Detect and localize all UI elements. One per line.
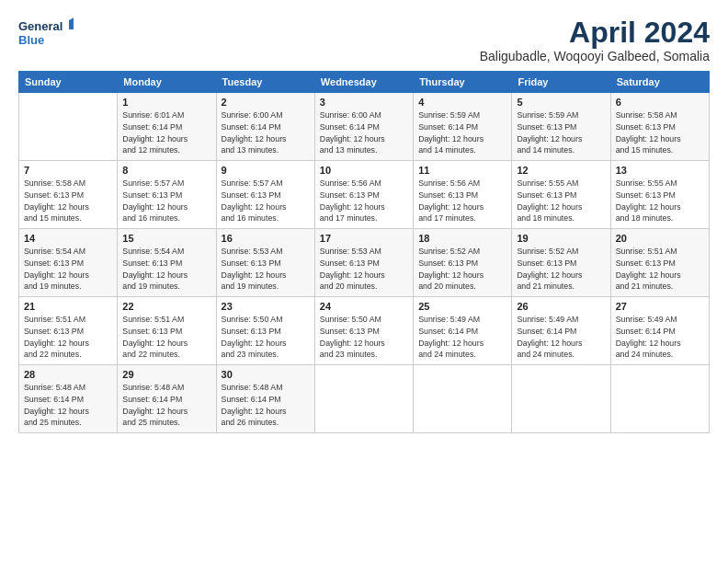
day-info: Sunrise: 5:51 AM Sunset: 6:13 PM Dayligh…: [616, 246, 704, 293]
day-number: 15: [122, 233, 210, 244]
day-number: 12: [517, 165, 605, 176]
table-row: 4Sunrise: 5:59 AM Sunset: 6:14 PM Daylig…: [414, 93, 512, 161]
day-info: Sunrise: 6:00 AM Sunset: 6:14 PM Dayligh…: [320, 109, 408, 156]
table-row: 9Sunrise: 5:57 AM Sunset: 6:13 PM Daylig…: [216, 161, 314, 229]
calendar-table: Sunday Monday Tuesday Wednesday Thursday…: [18, 71, 710, 433]
table-row: 24Sunrise: 5:50 AM Sunset: 6:13 PM Dayli…: [314, 297, 413, 365]
day-info: Sunrise: 5:54 AM Sunset: 6:13 PM Dayligh…: [122, 246, 210, 293]
table-row: 15Sunrise: 5:54 AM Sunset: 6:13 PM Dayli…: [118, 229, 216, 297]
calendar-page: General Blue April 2024 Baligubadle, Woq…: [0, 0, 728, 563]
table-row: [19, 93, 118, 161]
day-number: 11: [418, 165, 506, 176]
table-row: 20Sunrise: 5:51 AM Sunset: 6:13 PM Dayli…: [610, 229, 709, 297]
calendar-week-row: 14Sunrise: 5:54 AM Sunset: 6:13 PM Dayli…: [19, 229, 710, 297]
day-number: 14: [24, 233, 112, 244]
col-thursday: Thursday: [414, 72, 512, 93]
day-info: Sunrise: 5:58 AM Sunset: 6:13 PM Dayligh…: [616, 109, 704, 156]
table-row: 25Sunrise: 5:49 AM Sunset: 6:14 PM Dayli…: [414, 297, 512, 365]
day-number: 4: [418, 97, 506, 108]
table-row: [512, 365, 610, 433]
day-number: 26: [517, 301, 605, 312]
day-info: Sunrise: 5:57 AM Sunset: 6:13 PM Dayligh…: [122, 178, 210, 224]
col-monday: Monday: [118, 72, 216, 93]
day-info: Sunrise: 5:57 AM Sunset: 6:13 PM Dayligh…: [222, 178, 310, 224]
day-number: 1: [122, 97, 210, 108]
table-row: 30Sunrise: 5:48 AM Sunset: 6:14 PM Dayli…: [216, 365, 314, 433]
day-info: Sunrise: 5:59 AM Sunset: 6:14 PM Dayligh…: [418, 109, 506, 156]
title-block: April 2024 Baligubadle, Woqooyi Galbeed,…: [480, 17, 710, 63]
day-info: Sunrise: 5:56 AM Sunset: 6:13 PM Dayligh…: [418, 178, 506, 224]
day-number: 22: [122, 301, 210, 312]
table-row: 8Sunrise: 5:57 AM Sunset: 6:13 PM Daylig…: [118, 161, 216, 229]
day-number: 10: [320, 165, 408, 176]
day-number: 3: [320, 97, 408, 108]
table-row: 21Sunrise: 5:51 AM Sunset: 6:13 PM Dayli…: [19, 297, 118, 365]
calendar-week-row: 7Sunrise: 5:58 AM Sunset: 6:13 PM Daylig…: [19, 161, 710, 229]
calendar-week-row: 21Sunrise: 5:51 AM Sunset: 6:13 PM Dayli…: [19, 297, 710, 365]
day-info: Sunrise: 5:56 AM Sunset: 6:13 PM Dayligh…: [320, 178, 408, 224]
day-number: 17: [320, 233, 408, 244]
table-row: 3Sunrise: 6:00 AM Sunset: 6:14 PM Daylig…: [314, 93, 413, 161]
svg-text:Blue: Blue: [18, 33, 44, 47]
table-row: 12Sunrise: 5:55 AM Sunset: 6:13 PM Dayli…: [512, 161, 610, 229]
col-saturday: Saturday: [610, 72, 709, 93]
day-number: 19: [517, 233, 605, 244]
col-tuesday: Tuesday: [216, 72, 314, 93]
day-number: 27: [616, 301, 704, 312]
table-row: [314, 365, 413, 433]
day-info: Sunrise: 5:49 AM Sunset: 6:14 PM Dayligh…: [616, 314, 704, 361]
day-number: 13: [616, 165, 704, 176]
table-row: 29Sunrise: 5:48 AM Sunset: 6:14 PM Dayli…: [118, 365, 216, 433]
day-number: 6: [616, 97, 704, 108]
table-row: 16Sunrise: 5:53 AM Sunset: 6:13 PM Dayli…: [216, 229, 314, 297]
svg-marker-2: [69, 17, 74, 29]
day-info: Sunrise: 5:59 AM Sunset: 6:13 PM Dayligh…: [517, 109, 605, 156]
table-row: 6Sunrise: 5:58 AM Sunset: 6:13 PM Daylig…: [610, 93, 709, 161]
col-wednesday: Wednesday: [314, 72, 413, 93]
day-number: 8: [122, 165, 210, 176]
table-row: 28Sunrise: 5:48 AM Sunset: 6:14 PM Dayli…: [19, 365, 118, 433]
day-info: Sunrise: 5:48 AM Sunset: 6:14 PM Dayligh…: [122, 382, 210, 429]
col-sunday: Sunday: [19, 72, 118, 93]
table-row: 23Sunrise: 5:50 AM Sunset: 6:13 PM Dayli…: [216, 297, 314, 365]
day-info: Sunrise: 5:48 AM Sunset: 6:14 PM Dayligh…: [24, 382, 112, 429]
table-row: 19Sunrise: 5:52 AM Sunset: 6:13 PM Dayli…: [512, 229, 610, 297]
day-info: Sunrise: 5:54 AM Sunset: 6:13 PM Dayligh…: [24, 246, 112, 293]
day-number: 30: [222, 369, 310, 380]
day-info: Sunrise: 5:49 AM Sunset: 6:14 PM Dayligh…: [418, 314, 506, 361]
day-number: 25: [418, 301, 506, 312]
logo-svg: General Blue: [18, 17, 74, 50]
table-row: 14Sunrise: 5:54 AM Sunset: 6:13 PM Dayli…: [19, 229, 118, 297]
page-header: General Blue April 2024 Baligubadle, Woq…: [18, 17, 710, 63]
table-row: 10Sunrise: 5:56 AM Sunset: 6:13 PM Dayli…: [314, 161, 413, 229]
day-info: Sunrise: 5:55 AM Sunset: 6:13 PM Dayligh…: [616, 178, 704, 224]
day-number: 20: [616, 233, 704, 244]
day-info: Sunrise: 5:53 AM Sunset: 6:13 PM Dayligh…: [320, 246, 408, 293]
day-info: Sunrise: 5:51 AM Sunset: 6:13 PM Dayligh…: [122, 314, 210, 361]
table-row: 2Sunrise: 6:00 AM Sunset: 6:14 PM Daylig…: [216, 93, 314, 161]
day-number: 23: [222, 301, 310, 312]
table-row: 13Sunrise: 5:55 AM Sunset: 6:13 PM Dayli…: [610, 161, 709, 229]
day-info: Sunrise: 5:49 AM Sunset: 6:14 PM Dayligh…: [517, 314, 605, 361]
day-info: Sunrise: 5:53 AM Sunset: 6:13 PM Dayligh…: [222, 246, 310, 293]
day-number: 24: [320, 301, 408, 312]
day-number: 16: [222, 233, 310, 244]
calendar-week-row: 28Sunrise: 5:48 AM Sunset: 6:14 PM Dayli…: [19, 365, 710, 433]
day-info: Sunrise: 5:50 AM Sunset: 6:13 PM Dayligh…: [222, 314, 310, 361]
day-number: 28: [24, 369, 112, 380]
day-number: 5: [517, 97, 605, 108]
table-row: 27Sunrise: 5:49 AM Sunset: 6:14 PM Dayli…: [610, 297, 709, 365]
table-row: 11Sunrise: 5:56 AM Sunset: 6:13 PM Dayli…: [414, 161, 512, 229]
table-row: 7Sunrise: 5:58 AM Sunset: 6:13 PM Daylig…: [19, 161, 118, 229]
day-number: 9: [222, 165, 310, 176]
day-info: Sunrise: 5:52 AM Sunset: 6:13 PM Dayligh…: [418, 246, 506, 293]
day-number: 2: [222, 97, 310, 108]
day-info: Sunrise: 6:00 AM Sunset: 6:14 PM Dayligh…: [222, 109, 310, 156]
day-info: Sunrise: 6:01 AM Sunset: 6:14 PM Dayligh…: [122, 109, 210, 156]
calendar-week-row: 1Sunrise: 6:01 AM Sunset: 6:14 PM Daylig…: [19, 93, 710, 161]
col-friday: Friday: [512, 72, 610, 93]
table-row: 1Sunrise: 6:01 AM Sunset: 6:14 PM Daylig…: [118, 93, 216, 161]
day-info: Sunrise: 5:51 AM Sunset: 6:13 PM Dayligh…: [24, 314, 112, 361]
svg-text:General: General: [18, 19, 63, 33]
day-info: Sunrise: 5:58 AM Sunset: 6:13 PM Dayligh…: [24, 178, 112, 224]
